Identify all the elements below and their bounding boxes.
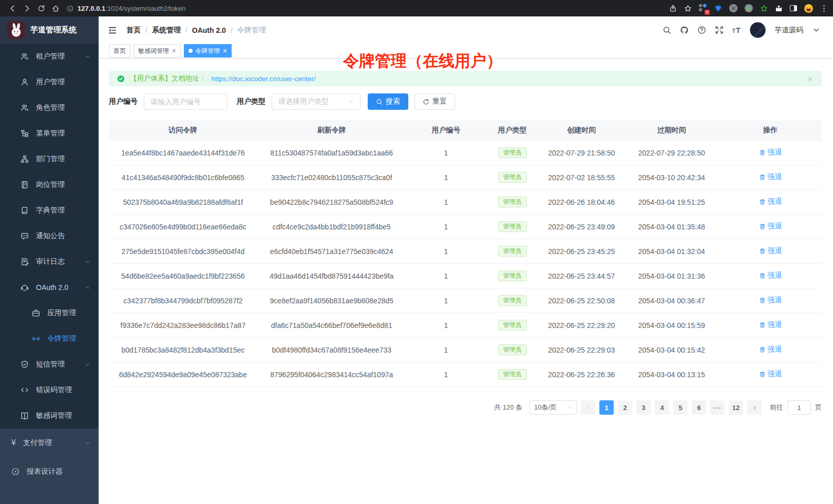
url-host: 127.0.0.1 [78,5,105,12]
sidebar-item-报表设计器[interactable]: 报表设计器 [0,457,99,486]
extension-recorder-icon[interactable] [745,4,753,12]
browser-reload-button[interactable] [34,1,48,15]
profile-emoji-avatar[interactable] [804,4,813,13]
search-icon[interactable] [662,26,671,34]
github-icon[interactable] [680,26,689,34]
sidebar-item-角色管理[interactable]: 角色管理 [0,95,99,121]
extension-colorpicker-icon[interactable]: 9 [699,4,707,12]
user-type-badge: 管理员 [498,172,527,183]
browser-home-button[interactable] [48,1,63,15]
tab-令牌管理[interactable]: 令牌管理✕ [184,44,232,57]
force-logout-button[interactable]: 强退 [759,246,782,256]
tab-close-icon[interactable]: ✕ [222,48,227,54]
browser-forward-button[interactable] [20,1,34,15]
sidebar-item-审计日志[interactable]: 审计日志 [0,249,99,275]
force-logout-button[interactable]: 强退 [759,345,782,354]
sidebar-item-字典管理[interactable]: 字典管理 [0,198,99,223]
force-logout-label: 强退 [768,271,782,280]
cell-user-type: 管理员 [486,147,539,159]
user-icon [21,78,29,86]
share-icon[interactable] [669,5,677,12]
force-logout-button[interactable]: 强退 [759,172,782,182]
cell-user-type: 管理员 [486,344,539,356]
site-info-icon[interactable] [67,5,73,12]
page-button-2[interactable]: 2 [618,400,632,415]
goto-page-input[interactable] [787,400,811,415]
user-id-input-wrap [144,93,228,110]
app-logo[interactable]: 芋道管理系统 [0,16,99,44]
alert-close-icon[interactable] [807,75,813,82]
sidebar-item-应用管理[interactable]: 应用管理 [0,300,99,326]
page-button-4[interactable]: 4 [655,400,669,415]
extensions-puzzle-icon[interactable] [775,5,783,12]
page-button-5[interactable]: 5 [673,400,688,415]
search-button[interactable]: 搜索 [368,93,408,110]
page-button-3[interactable]: 3 [636,400,651,415]
sidebar-item-用户管理[interactable]: 用户管理 [0,69,99,95]
sidebar-item-租户管理[interactable]: 租户管理 [0,44,99,69]
doc-link[interactable]: https://doc.iocoder.cn/user-center/ [212,75,316,83]
page-button-6[interactable]: 6 [692,400,706,415]
page-button-12[interactable]: 12 [729,400,743,415]
breadcrumb-item[interactable]: 系统管理 [152,26,181,35]
column-header: 用户编号 [406,126,486,135]
chevron-down-icon [85,440,90,446]
sidebar-item-OAuth 2.0[interactable]: OAuth 2.0 [0,275,99,300]
cell-user-id: 1 [406,173,486,182]
tab-首页[interactable]: 首页 [109,44,130,57]
force-logout-button[interactable]: 强退 [759,296,782,305]
sidebar-item-敏感词管理[interactable]: 敏感词管理 [0,403,99,429]
fullscreen-icon[interactable] [715,26,724,34]
force-logout-button[interactable]: 强退 [759,197,782,206]
browser-back-button[interactable] [5,1,20,15]
browser-chrome: 127.0.0.1:1024/system/oauth2/token 9 ⌘ [0,0,833,16]
cell-refresh-token: 811c530487574fa0af1a59d3abc1aa66 [257,149,406,157]
next-page-button[interactable] [747,400,762,415]
cell-user-id: 1 [406,272,486,280]
force-logout-button[interactable]: 强退 [759,370,782,379]
app-icon [32,309,40,317]
cell-action: 强退 [719,148,822,158]
sidebar-item-令牌管理[interactable]: 令牌管理 [0,326,99,352]
force-logout-button[interactable]: 强退 [759,320,782,329]
reset-button[interactable]: 重置 [414,93,455,110]
tab-敏感词管理[interactable]: 敏感词管理✕ [134,44,181,57]
user-avatar[interactable] [750,22,766,38]
cell-action: 强退 [719,370,822,379]
user-type-select[interactable]: 请选择用户类型 [272,93,361,110]
force-logout-button[interactable]: 强退 [759,148,782,157]
page-size-select[interactable]: 10条/页 [529,400,577,415]
side-panel-icon[interactable] [790,5,797,11]
breadcrumb-item[interactable]: 首页 [126,26,141,35]
address-bar[interactable]: 127.0.0.1:1024/system/oauth2/token [67,5,669,12]
tab-close-icon[interactable]: ✕ [172,48,176,54]
sidebar-item-短信管理[interactable]: 短信管理 [0,352,99,377]
prev-page-button[interactable] [581,400,595,415]
sidebar-item-支付管理[interactable]: ¥支付管理 [0,429,99,457]
users-icon [21,104,29,112]
help-icon[interactable] [697,26,706,34]
font-size-icon[interactable]: TT [732,26,741,34]
sidebar-item-菜单管理[interactable]: 菜单管理 [0,121,99,146]
sidebar-item-通知公告[interactable]: 通知公告 [0,223,99,249]
breadcrumb-item[interactable]: OAuth 2.0 [192,26,226,34]
goto-unit: 页 [815,403,822,412]
bookmark-star-icon[interactable] [684,5,692,12]
extension-cmd-icon[interactable]: ⌘ [729,4,737,12]
sidebar-collapse-icon[interactable] [108,26,117,35]
tab-label: 敏感词管理 [138,47,169,55]
extension-star-icon[interactable] [760,5,768,12]
page-button-1[interactable]: 1 [599,400,614,415]
username[interactable]: 芋道源码 [774,26,803,35]
force-logout-button[interactable]: 强退 [759,271,782,280]
extension-gem-icon[interactable] [714,5,722,12]
sidebar-item-错误码管理[interactable]: 错误码管理 [0,377,99,403]
user-menu-caret-icon[interactable] [812,26,821,34]
page-ellipsis[interactable]: ··· [710,400,725,415]
sidebar-item-岗位管理[interactable]: 岗位管理 [0,172,99,198]
user-id-input[interactable] [150,98,221,106]
chevron-down-icon [85,362,90,367]
browser-menu-icon[interactable] [820,5,828,12]
force-logout-button[interactable]: 强退 [759,222,782,231]
sidebar-item-部门管理[interactable]: 部门管理 [0,146,99,172]
